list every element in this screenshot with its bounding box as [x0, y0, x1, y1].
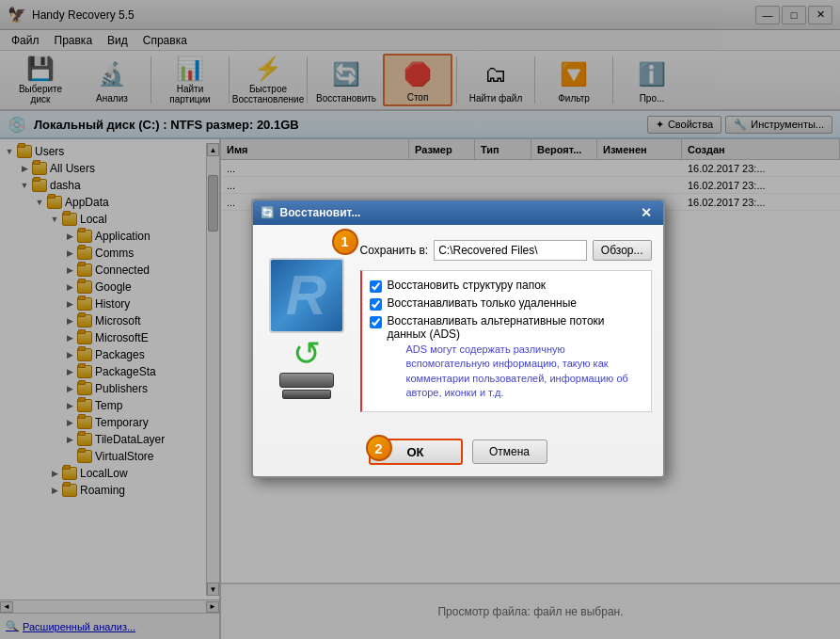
modal-body: R ↺ 1 Сохранить в: Обзор...: [253, 225, 663, 432]
option-row-1: Восстановить структуру папок: [370, 279, 643, 293]
ads-description: ADS могут содержать различную вспомогате…: [406, 343, 643, 401]
restore-arrow-icon: ↺: [293, 337, 321, 371]
checkbox-restore-folders[interactable]: [370, 280, 382, 293]
checkbox-only-deleted[interactable]: [370, 298, 382, 311]
modal-logo: R: [269, 258, 344, 333]
save-path-input[interactable]: [434, 240, 587, 261]
checkbox-label-1: Восстановить структуру папок: [388, 279, 547, 292]
option-3-content: Восстанавливать альтернативные потоки да…: [388, 314, 643, 401]
option-row-3: Восстанавливать альтернативные потоки да…: [370, 314, 643, 401]
modal-buttons: 2 ОК Отмена: [253, 431, 663, 476]
modal-overlay: 🔄 Восстановит... ✕ R ↺ 1: [0, 0, 840, 639]
disk-graphic-2: [282, 390, 331, 399]
badge-1: 1: [332, 229, 358, 255]
browse-button[interactable]: Обзор...: [593, 240, 652, 261]
modal-title-text: Восстановит...: [280, 206, 637, 219]
restore-dialog: 🔄 Восстановит... ✕ R ↺ 1: [251, 199, 665, 479]
save-label: Сохранить в:: [360, 244, 429, 257]
checkbox-label-2: Восстанавливать только удаленные: [388, 296, 577, 310]
options-area: Восстановить структуру папок Восстанавли…: [360, 270, 652, 413]
save-row: Сохранить в: Обзор...: [360, 240, 652, 261]
modal-right-content: 1 Сохранить в: Обзор... Восстановить стр…: [360, 236, 652, 421]
logo-letter: R: [286, 267, 326, 324]
modal-title-bar: 🔄 Восстановит... ✕: [253, 200, 663, 225]
cancel-button[interactable]: Отмена: [472, 439, 547, 464]
modal-image-area: R ↺: [264, 236, 349, 421]
modal-close-button[interactable]: ✕: [637, 205, 656, 220]
disk-graphic: [279, 373, 334, 388]
badge-2: 2: [366, 435, 392, 461]
checkbox-label-3: Восстанавливать альтернативные потоки да…: [388, 314, 605, 341]
checkbox-ads[interactable]: [370, 316, 382, 328]
modal-title-icon: 🔄: [261, 206, 275, 219]
option-row-2: Восстанавливать только удаленные: [370, 296, 643, 311]
